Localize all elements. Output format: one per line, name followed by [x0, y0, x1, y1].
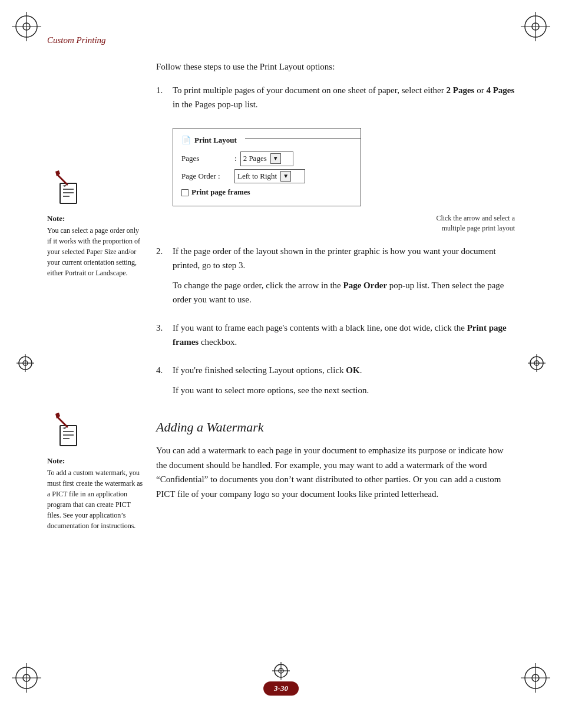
pages-select-value: 2 Pages: [243, 153, 267, 165]
diagram-caption: Click the arrow and select a multiple pa…: [421, 213, 515, 233]
content-area: Note: You can select a page order only i…: [47, 60, 515, 531]
pageorder-select-value: Left to Right: [237, 170, 277, 183]
chapter-title: Custom Printing: [47, 35, 106, 45]
pages-select-arrow[interactable]: ▼: [270, 153, 281, 164]
step-2-para1: If the page order of the layout shown in…: [173, 244, 515, 272]
intro-text: Follow these steps to use the Print Layo…: [156, 60, 515, 74]
side-mark-right: [528, 354, 546, 374]
step-2-text: If the page order of the layout shown in…: [173, 244, 515, 312]
page-number-badge: 3-30: [263, 681, 299, 696]
bold-ok: OK: [346, 365, 359, 375]
note1-text: You can select a page order only if it w…: [47, 225, 144, 278]
page: Custom Printing: [0, 0, 562, 728]
step-4-text: If you're finished selecting Layout opti…: [173, 363, 515, 403]
note1-section: Note: You can select a page order only i…: [47, 166, 144, 278]
bold-page-order: Page Order: [343, 281, 387, 290]
diagram-checkbox-row: Print page frames: [181, 186, 352, 199]
note2-section: Note: To add a custom watermark, you mus…: [47, 408, 144, 531]
page-header: Custom Printing: [47, 35, 515, 45]
note2-icon: [47, 408, 144, 453]
step-4-number: 4.: [156, 363, 173, 403]
step-2-number: 2.: [156, 244, 173, 312]
svg-marker-40: [55, 413, 60, 419]
step-1-text: To print multiple pages of your document…: [173, 83, 515, 236]
left-sidebar: Note: You can select a page order only i…: [47, 60, 156, 531]
pageorder-select-arrow[interactable]: ▼: [280, 171, 291, 182]
side-mark-left: [16, 354, 34, 374]
main-content: Follow these steps to use the Print Layo…: [156, 60, 515, 531]
step-2: 2. If the page order of the layout shown…: [156, 244, 515, 312]
step-3-para: If you want to frame each page's content…: [173, 321, 515, 349]
step-4-para1: If you're finished selecting Layout opti…: [173, 363, 515, 377]
note1-label: Note:: [47, 214, 144, 223]
diagram-title-icon: 📄: [181, 134, 191, 147]
diagram-title-text: Print Layout: [194, 134, 237, 147]
print-frames-checkbox[interactable]: [181, 189, 189, 196]
print-layout-diagram-wrapper: 📄 Print Layout Pages : 2 Pages ▼: [173, 118, 515, 233]
corner-mark-bl: [12, 663, 41, 693]
section-heading: Adding a Watermark: [156, 420, 515, 435]
svg-rect-35: [60, 426, 77, 446]
diagram-pages-row: Pages : 2 Pages ▼: [181, 151, 352, 166]
bold-4pages: 4 Pages: [486, 85, 514, 95]
step-2-para2: To change the page order, click the arro…: [173, 278, 515, 307]
corner-mark-tr: [521, 12, 550, 41]
pageorder-select[interactable]: Left to Right ▼: [234, 169, 305, 184]
svg-marker-33: [55, 170, 60, 176]
note1-icon: [47, 166, 144, 210]
step-4-para2: If you want to select more options, see …: [173, 383, 515, 397]
corner-mark-tl: [12, 12, 41, 41]
steps-list: 1. To print multiple pages of your docum…: [156, 83, 515, 403]
step-4: 4. If you're finished selecting Layout o…: [156, 363, 515, 403]
corner-mark-br: [521, 663, 550, 693]
note2-label: Note:: [47, 456, 144, 466]
step-3: 3. If you want to frame each page's cont…: [156, 321, 515, 355]
step-3-text: If you want to frame each page's content…: [173, 321, 515, 355]
step-1: 1. To print multiple pages of your docum…: [156, 83, 515, 236]
diagram-title: 📄 Print Layout: [181, 134, 352, 147]
diagram-pages-label: Pages: [181, 153, 234, 165]
step-3-number: 3.: [156, 321, 173, 355]
svg-rect-28: [60, 183, 77, 203]
bold-2pages: 2 Pages: [446, 85, 474, 95]
step-1-number: 1.: [156, 83, 173, 236]
step-1-para: To print multiple pages of your document…: [173, 83, 515, 111]
pages-select[interactable]: 2 Pages ▼: [240, 151, 293, 166]
svg-marker-34: [62, 185, 67, 187]
diagram-pageorder-label: Page Order :: [181, 170, 234, 183]
bottom-center-mark: [272, 662, 290, 682]
note2-text: To add a custom watermark, you must firs…: [47, 467, 144, 531]
print-layout-diagram: 📄 Print Layout Pages : 2 Pages ▼: [173, 128, 361, 206]
print-frames-label: Print page frames: [191, 186, 250, 199]
svg-marker-41: [62, 427, 67, 429]
section-body: You can add a watermark to each page in …: [156, 443, 515, 502]
bold-print-page-frames: Print page frames: [173, 323, 507, 347]
page-number-area: 3-30: [263, 681, 299, 696]
diagram-pageorder-row: Page Order : Left to Right ▼: [181, 169, 352, 184]
